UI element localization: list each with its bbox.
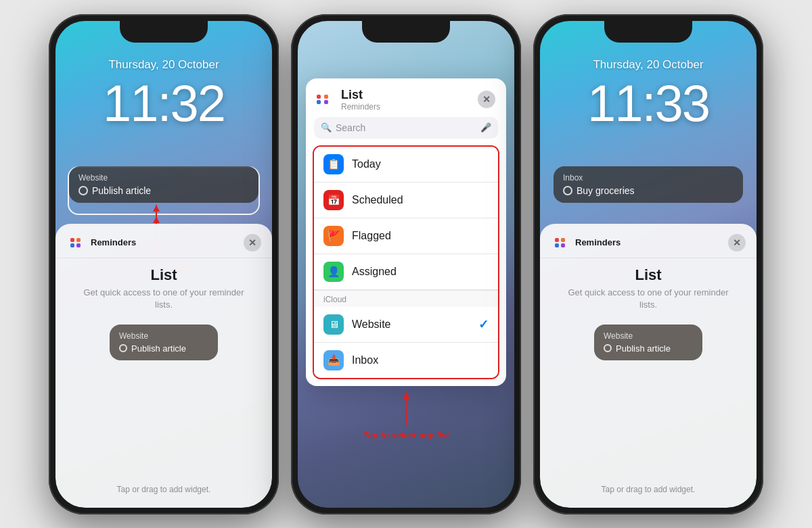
widget-panel-3: Reminders ✕ List Get quick access to one… [540, 224, 757, 508]
dot-orange-1 [76, 238, 81, 242]
panel-icon-3 [551, 233, 570, 252]
preview-title-1: Website [119, 331, 208, 341]
panel-title-group-3: Reminders [575, 237, 728, 247]
ls-widget-item-1: Publish article [78, 185, 249, 196]
search-placeholder: Search [336, 122, 476, 133]
inbox-icon: 📥 [323, 350, 344, 370]
tap-select-text: Tap to select any list [363, 430, 449, 440]
panel-app-name-3: Reminders [575, 237, 728, 247]
panel-main-title-3: List [540, 266, 757, 284]
tap-select-line [405, 392, 407, 426]
panel-main-desc-3: Get quick access to one of your reminder… [540, 287, 757, 311]
panel-main-title-1: List [55, 266, 272, 284]
scheduled-label: Scheduled [352, 194, 489, 206]
notch-3 [604, 21, 692, 43]
modal-dot-purple [324, 100, 328, 104]
phone-2-screen: List Reminders ✕ 🔍 Search 🎤 📋 Today [298, 21, 514, 508]
modal-title-group: List Reminders [341, 88, 478, 112]
dot-orange-3 [561, 238, 565, 242]
ls-widget-title-1: Website [78, 173, 249, 183]
preview-circle-1 [119, 344, 127, 352]
modal-header: List Reminders ✕ [306, 78, 506, 117]
lockscreen-widget-3[interactable]: Inbox Buy groceries [554, 166, 743, 203]
list-items-box: 📋 Today 📅 Scheduled 🚩 Flagged [313, 145, 499, 379]
phone-1: Thursday, 20 October 11:32 Website Publi… [49, 14, 279, 514]
assigned-label: Assigned [352, 266, 489, 278]
preview-circle-3 [604, 344, 612, 352]
today-icon: 📋 [323, 154, 344, 174]
panel-header-3: Reminders ✕ [540, 224, 757, 258]
ls-widget-circle-1 [78, 186, 88, 195]
icloud-label: iCloud [314, 290, 498, 307]
dot-blue-1 [70, 243, 74, 247]
modal-dot-blue [317, 100, 321, 104]
lockscreen-time-3: 11:33 [540, 74, 757, 133]
panel-footer-1: Tap or drag to add widget. [55, 485, 272, 494]
panel-header-1: Reminders ✕ [55, 224, 272, 258]
search-icon: 🔍 [321, 122, 332, 133]
today-label: Today [352, 158, 489, 170]
modal-subtitle: Reminders [341, 102, 478, 112]
assigned-icon: 👤 [323, 262, 344, 282]
modal-icon-group [317, 95, 336, 104]
notch-2 [362, 21, 450, 43]
ls-widget-circle-3 [563, 186, 572, 195]
preview-item-text-3: Publish article [616, 343, 671, 354]
lockscreen-time-1: 11:32 [55, 74, 272, 133]
widget-panel-1: Reminders ✕ List Get quick access to one… [55, 224, 272, 508]
panel-widget-preview-1: Website Publish article [110, 325, 218, 360]
mic-icon: 🎤 [480, 122, 491, 133]
reminders-dots-icon-3 [555, 238, 566, 247]
list-row-flagged[interactable]: 🚩 Flagged [314, 218, 498, 254]
search-bar[interactable]: 🔍 Search 🎤 [314, 117, 498, 139]
website-icon: 🖥 [323, 314, 344, 335]
lockscreen-date-1: Thursday, 20 October [55, 58, 272, 72]
panel-app-name-1: Reminders [91, 237, 244, 247]
ls-widget-item-3: Buy groceries [563, 185, 734, 196]
panel-footer-3: Tap or drag to add widget. [540, 485, 757, 494]
modal-close-btn[interactable]: ✕ [478, 91, 495, 108]
ls-widget-title-3: Inbox [563, 173, 734, 183]
dot-blue-3 [555, 243, 559, 247]
phone-1-screen: Thursday, 20 October 11:32 Website Publi… [55, 21, 272, 508]
inbox-label: Inbox [352, 354, 489, 366]
phone-3: Thursday, 20 October 11:33 Inbox Buy gro… [533, 14, 763, 514]
reminders-dots-icon-1 [70, 238, 81, 247]
list-modal: List Reminders ✕ 🔍 Search 🎤 📋 Today [306, 78, 506, 386]
preview-item-1: Publish article [119, 343, 208, 354]
website-checkmark: ✓ [478, 317, 489, 332]
flagged-label: Flagged [352, 230, 489, 242]
panel-main-desc-1: Get quick access to one of your reminder… [55, 287, 272, 311]
modal-dot-orange [324, 95, 328, 99]
dot-red-3 [555, 238, 559, 242]
panel-title-group-1: Reminders [91, 237, 244, 247]
modal-dot-red [317, 95, 321, 99]
modal-title: List [341, 88, 478, 102]
scheduled-icon: 📅 [323, 190, 344, 210]
panel-icon-1 [66, 233, 85, 252]
lockscreen-widget-1[interactable]: Website Publish article [69, 166, 258, 203]
ls-widget-item-text-1: Publish article [92, 185, 151, 196]
list-row-today[interactable]: 📋 Today [314, 147, 498, 183]
ls-widget-item-text-3: Buy groceries [577, 185, 635, 196]
phone-3-screen: Thursday, 20 October 11:33 Inbox Buy gro… [540, 21, 757, 508]
dot-red-1 [70, 238, 74, 242]
list-row-scheduled[interactable]: 📅 Scheduled [314, 183, 498, 218]
dot-purple-3 [561, 243, 565, 247]
dot-purple-1 [76, 243, 81, 247]
list-row-website[interactable]: 🖥 Website ✓ [314, 307, 498, 343]
lockscreen-date-3: Thursday, 20 October [540, 58, 757, 72]
modal-reminders-icon [317, 95, 330, 104]
tap-select-arrow-tip [403, 392, 409, 399]
tap-select-annotation: Tap to select any list [363, 392, 449, 440]
notch-1 [120, 21, 208, 43]
phone-2: List Reminders ✕ 🔍 Search 🎤 📋 Today [291, 14, 521, 514]
website-label: Website [352, 318, 478, 331]
list-row-assigned[interactable]: 👤 Assigned [314, 254, 498, 290]
tap-arrow-tip-1 [153, 216, 160, 223]
preview-item-3: Publish article [604, 343, 693, 354]
preview-item-text-1: Publish article [131, 343, 186, 354]
panel-close-1[interactable]: ✕ [244, 234, 261, 251]
list-row-inbox[interactable]: 📥 Inbox [314, 343, 498, 378]
panel-close-3[interactable]: ✕ [728, 234, 746, 251]
